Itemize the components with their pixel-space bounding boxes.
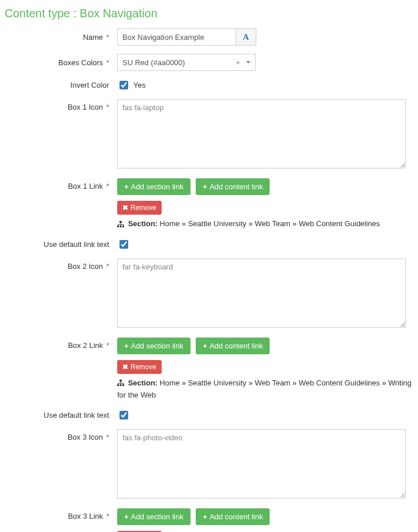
add-section-link-button[interactable]: + Add section link — [117, 508, 191, 525]
row-box3-link: Box 3 Link * + Add section link + Add co… — [5, 508, 413, 532]
close-icon: ✖ — [122, 364, 128, 370]
row-box3-icon: Box 3 Icon * fas fa-photo-video — [5, 429, 413, 500]
section-prefix: Section: — [128, 379, 158, 387]
svg-rect-6 — [120, 384, 122, 386]
svg-rect-2 — [120, 226, 122, 227]
font-icon: A — [243, 32, 249, 42]
svg-rect-7 — [122, 384, 124, 386]
invert-color-yes: Yes — [133, 81, 145, 89]
plus-icon: + — [203, 183, 207, 190]
plus-icon: + — [203, 342, 207, 350]
label-box3-link: Box 3 Link * — [5, 508, 117, 520]
invert-color-checkbox[interactable] — [120, 81, 128, 89]
use-default-checkbox-2[interactable] — [120, 411, 128, 419]
label-box3-icon: Box 3 Icon * — [5, 429, 117, 441]
plus-icon: + — [203, 513, 207, 520]
label-box2-link: Box 2 Link * — [5, 338, 117, 350]
row-boxes-colors: Boxes Colors * SU Red (#aa0000) × — [5, 54, 413, 71]
sitemap-icon — [117, 380, 124, 387]
label-use-default-1: Use default link text — [5, 240, 117, 249]
row-name: Name * A — [5, 28, 413, 46]
breadcrumb-box2: Home » Seattle University » Web Team » W… — [117, 379, 412, 399]
name-input[interactable] — [117, 28, 236, 46]
svg-rect-3 — [122, 226, 124, 227]
clear-icon[interactable]: × — [236, 59, 240, 66]
use-default-checkbox-1[interactable] — [120, 240, 128, 249]
close-icon: ✖ — [122, 204, 128, 211]
plus-icon: + — [124, 342, 129, 350]
sitemap-icon — [117, 221, 124, 228]
boxes-colors-select[interactable]: SU Red (#aa0000) × — [117, 54, 256, 71]
box2-icon-textarea[interactable]: far fa-keyboard — [117, 258, 406, 328]
add-section-link-button[interactable]: + Add section link — [117, 338, 191, 354]
section-prefix: Section: — [128, 219, 158, 228]
remove-button[interactable]: ✖ Remove — [117, 201, 162, 215]
add-content-link-button[interactable]: + Add content link — [196, 338, 270, 354]
add-section-link-button[interactable]: + Add section link — [117, 178, 191, 195]
row-box2-link: Box 2 Link * + Add section link + Add co… — [5, 338, 413, 402]
row-box1-icon: Box 1 Icon * fas fa-laptop — [5, 99, 413, 170]
label-box1-icon: Box 1 Icon * — [5, 99, 117, 111]
label-name: Name * — [5, 33, 117, 42]
remove-button[interactable]: ✖ Remove — [117, 360, 162, 374]
row-invert-color: Invert Color Yes — [5, 79, 413, 91]
row-use-default-1: Use default link text — [5, 238, 413, 250]
row-box1-link: Box 1 Link * + Add section link + Add co… — [5, 178, 413, 230]
label-box1-link: Box 1 Link * — [5, 178, 117, 190]
label-box2-icon: Box 2 Icon * — [5, 258, 117, 271]
box3-icon-textarea[interactable]: fas fa-photo-video — [117, 429, 406, 499]
svg-rect-0 — [120, 221, 122, 223]
plus-icon: + — [124, 513, 129, 520]
plus-icon: + — [124, 183, 129, 190]
label-invert-color: Invert Color — [5, 81, 117, 89]
add-content-link-button[interactable]: + Add content link — [196, 178, 270, 195]
chevron-down-icon[interactable] — [246, 61, 251, 63]
box1-icon-textarea[interactable]: fas fa-laptop — [117, 99, 406, 168]
svg-rect-5 — [117, 384, 119, 386]
select-value: SU Red (#aa0000) — [122, 58, 185, 67]
page-title: Content type : Box Navigation — [5, 7, 413, 20]
svg-rect-1 — [117, 226, 119, 227]
svg-rect-4 — [120, 380, 122, 381]
format-button[interactable]: A — [236, 28, 256, 46]
add-content-link-button[interactable]: + Add content link — [196, 508, 270, 525]
row-box2-icon: Box 2 Icon * far fa-keyboard — [5, 258, 413, 329]
row-use-default-2: Use default link text — [5, 409, 413, 421]
label-boxes-colors: Boxes Colors * — [5, 58, 117, 67]
label-use-default-2: Use default link text — [5, 411, 117, 419]
breadcrumb-box1: Home » Seattle University » Web Team » W… — [160, 219, 380, 228]
